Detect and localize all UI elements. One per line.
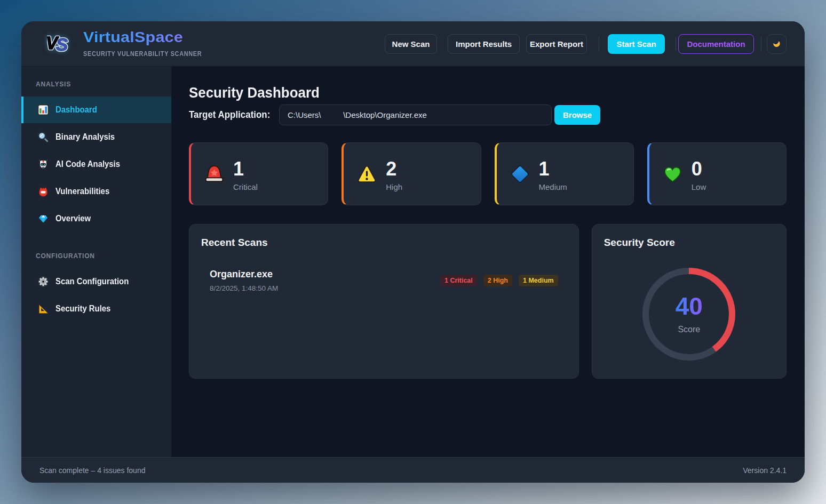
stat-label: Critical [233, 183, 258, 191]
stat-text: 1 Medium [539, 159, 567, 191]
sidebar-item-label: Dashboard [55, 105, 97, 115]
name-badge-icon [37, 186, 49, 197]
main-content: Security Dashboard Target Application: B… [171, 67, 805, 457]
sidebar-item-vulnerabilities[interactable]: Vulnerabilities [21, 178, 171, 205]
stat-text: 2 High [386, 159, 402, 191]
sidebar-item-label: Security Rules [55, 304, 110, 314]
documentation-button[interactable]: Documentation [678, 34, 754, 54]
sidebar-item-scan-configuration[interactable]: Scan Configuration [21, 268, 171, 295]
sidebar: ANALYSIS Dashboard Binary Analysis [21, 67, 171, 457]
scan-timestamp: 8/2/2025, 1:48:50 AM [210, 284, 278, 292]
sidebar-item-label: AI Code Analysis [55, 159, 120, 169]
sidebar-section-analysis: ANALYSIS [21, 81, 171, 88]
badge-high: 2 High [483, 275, 512, 286]
stat-text: 0 Low [692, 159, 706, 191]
score-value: 40 [676, 294, 703, 318]
theme-toggle-button[interactable] [767, 34, 787, 54]
panels-row: Recent Scans Organizer.exe 8/2/2025, 1:4… [189, 224, 787, 379]
sidebar-item-binary-analysis[interactable]: Binary Analysis [21, 124, 171, 150]
crescent-moon-icon [772, 39, 782, 49]
top-nav: New Scan Import Results Export Report St… [385, 34, 787, 54]
svg-text:S: S [56, 35, 68, 53]
app-window: V S V S VirtualSpace SECURITY VULNERABIL… [21, 21, 805, 483]
sidebar-item-label: Binary Analysis [55, 132, 115, 142]
target-path-input[interactable] [279, 105, 552, 125]
green-heart-icon [663, 165, 682, 183]
score-label: Score [678, 325, 700, 334]
stat-label: High [386, 183, 402, 191]
sidebar-section-gap [21, 233, 171, 252]
sidebar-item-security-rules[interactable]: Security Rules [21, 295, 171, 322]
badge-critical: 1 Critical [440, 275, 477, 286]
app-title: VirtualSpace [83, 29, 237, 45]
sidebar-section-configuration: CONFIGURATION [21, 252, 171, 260]
security-score-title: Security Score [604, 237, 675, 249]
target-application-row: Target Application: Browse [189, 105, 787, 125]
sidebar-item-label: Scan Configuration [55, 277, 129, 286]
top-bar: V S V S VirtualSpace SECURITY VULNERABIL… [21, 21, 805, 67]
scan-info: Organizer.exe 8/2/2025, 1:48:50 AM [210, 269, 278, 292]
stat-text: 1 Critical [233, 159, 258, 191]
stat-count: 2 [386, 159, 402, 179]
sidebar-item-label: Overview [55, 214, 91, 223]
gear-icon [37, 276, 49, 287]
stat-label: Medium [539, 183, 567, 191]
divider [761, 37, 761, 51]
new-scan-button[interactable]: New Scan [385, 34, 437, 54]
sidebar-item-overview[interactable]: Overview [21, 205, 171, 232]
stat-count: 0 [692, 159, 706, 179]
stat-count: 1 [233, 159, 258, 179]
export-report-button[interactable]: Export Report [526, 34, 587, 54]
vs-logo-icon: V S V S [47, 34, 69, 53]
page-title: Security Dashboard [189, 85, 763, 101]
stat-card-low: 0 Low [647, 142, 787, 205]
import-results-button[interactable]: Import Results [448, 34, 520, 54]
sidebar-item-ai-code-analysis[interactable]: AI Code Analysis [21, 151, 171, 178]
brand-text: VirtualSpace SECURITY VULNERABILITY SCAN… [83, 29, 220, 58]
scan-list-item[interactable]: Organizer.exe 8/2/2025, 1:48:50 AM 1 Cri… [201, 269, 567, 292]
stat-cards: 1 Critical 2 High [189, 142, 787, 205]
scan-name: Organizer.exe [210, 269, 278, 280]
brand: V S V S VirtualSpace SECURITY VULNERABIL… [47, 30, 220, 58]
badge-medium: 1 Medium [519, 275, 558, 286]
target-application-label: Target Application: [189, 109, 270, 121]
triangular-ruler-icon [37, 303, 49, 315]
stat-label: Low [692, 183, 706, 191]
score-gauge-center: 40 Score [642, 267, 736, 361]
stat-card-high: 2 High [341, 142, 481, 205]
gem-icon [37, 213, 49, 225]
warning-triangle-icon [358, 165, 376, 183]
score-gauge: 40 Score [642, 267, 736, 361]
security-score-panel: Security Score 40 Score [592, 224, 787, 379]
sidebar-item-label: Vulnerabilities [55, 187, 109, 196]
magnifying-glass-icon [37, 131, 49, 143]
divider [599, 37, 599, 51]
blue-diamond-icon [511, 165, 529, 183]
stat-count: 1 [539, 159, 567, 179]
browse-button[interactable]: Browse [554, 105, 600, 125]
bar-chart-icon [37, 104, 49, 116]
scan-badges: 1 Critical 2 High 1 Medium [440, 275, 558, 286]
siren-icon [205, 165, 224, 183]
version-text: Version 2.4.1 [743, 466, 787, 475]
app-body: ANALYSIS Dashboard Binary Analysis [21, 67, 805, 457]
status-bar: Scan complete – 4 issues found Version 2… [21, 457, 805, 483]
stat-card-medium: 1 Medium [495, 142, 634, 205]
stat-card-critical: 1 Critical [189, 142, 328, 205]
start-scan-button[interactable]: Start Scan [608, 34, 665, 54]
sidebar-item-dashboard[interactable]: Dashboard [21, 97, 171, 123]
recent-scans-panel: Recent Scans Organizer.exe 8/2/2025, 1:4… [189, 224, 579, 379]
recent-scans-title: Recent Scans [201, 237, 567, 249]
robot-icon [37, 158, 49, 170]
status-text: Scan complete – 4 issues found [39, 466, 145, 475]
divider [676, 37, 676, 51]
app-subtitle: SECURITY VULNERABILITY SCANNER [83, 50, 202, 58]
